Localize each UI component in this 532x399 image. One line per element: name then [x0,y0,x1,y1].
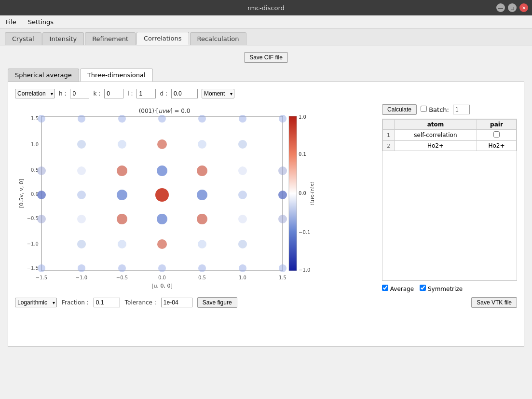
svg-text:0.0: 0.0 [158,275,166,280]
menu-settings[interactable]: Settings [26,17,55,27]
batch-input[interactable] [453,105,470,114]
row-0-checkbox[interactable] [493,131,500,138]
svg-point-33 [278,166,287,175]
plot-title: (001)·[uvw] = 0.0 [139,108,191,114]
batch-checkbox[interactable] [421,106,427,112]
l-input[interactable] [136,89,156,98]
svg-text:−1.5: −1.5 [36,275,47,280]
plot-svg: (001)·[uvw] = 0.0 [0.5v, v, 0] 1.5 1.0 0… [15,104,314,292]
average-label: Average [382,285,414,292]
table-row: 1 self-correlation [383,130,517,141]
tab-refinement[interactable]: Refinement [85,32,136,45]
svg-point-28 [77,166,86,175]
svg-point-47 [278,215,287,223]
calc-row: Calculate Batch: [382,104,517,115]
y-axis-label: [0.5v, v, 0] [18,179,25,208]
correlation-select-wrapper: Correlation Partial [15,89,55,98]
svg-point-23 [118,140,126,149]
table-header-pair: pair [477,120,516,130]
tab-correlations[interactable]: Correlations [136,32,189,45]
svg-point-20 [239,115,246,123]
atom-pair-table: atom pair 1 self-correlation [382,119,517,281]
svg-point-26 [238,140,247,149]
save-figure-button[interactable]: Save figure [197,297,237,308]
svg-point-22 [77,140,86,149]
svg-text:0.1: 0.1 [299,151,306,157]
svg-point-25 [198,140,206,149]
svg-text:−0.5: −0.5 [27,216,39,221]
k-input[interactable] [104,89,123,98]
moment-select-wrapper: Moment Charge [202,89,234,98]
save-vtk-button[interactable]: Save VTK file [471,297,517,308]
svg-text:0.5: 0.5 [198,275,206,280]
svg-point-38 [197,190,207,200]
batch-checkbox-label: Batch: [421,106,449,113]
svg-text:1.0: 1.0 [31,142,39,147]
svg-point-42 [77,215,86,223]
svg-point-39 [238,191,247,199]
svg-text:−1.0: −1.0 [76,275,87,280]
table-row-num: 1 [383,130,395,141]
svg-point-41 [37,215,46,223]
logarithmic-select[interactable]: Logarithmic Linear [15,298,57,307]
table-cell-pair-2: Ho2+ [477,141,516,151]
correlation-select[interactable]: Correlation Partial [15,89,55,98]
svg-point-30 [157,165,167,176]
svg-point-48 [77,240,86,248]
svg-point-37 [155,188,169,202]
fraction-label: Fraction : [62,299,89,306]
tab-three-dimensional[interactable]: Three-dimensional [80,69,153,82]
average-checkbox[interactable] [382,285,388,291]
table-row: 2 Ho2+ Ho2+ [383,141,517,151]
d-label: d : [160,90,167,97]
logarithmic-select-wrapper: Logarithmic Linear [15,298,57,307]
menu-bar: File Settings [0,15,532,29]
save-cif-button[interactable]: Save CIF file [244,52,288,63]
l-label: l : [127,90,133,97]
moment-select[interactable]: Moment Charge [202,89,234,98]
svg-point-32 [238,166,247,175]
svg-text:1.0: 1.0 [239,275,246,280]
tab-intensity[interactable]: Intensity [42,32,84,45]
svg-point-54 [78,264,85,272]
svg-text:1.0: 1.0 [299,114,306,120]
svg-point-17 [118,115,126,123]
maximize-button[interactable]: □ [508,3,517,12]
svg-point-53 [38,264,45,272]
tab-recalculation[interactable]: Recalculation [190,32,246,45]
svg-point-15 [38,115,45,123]
svg-text:−1.0: −1.0 [27,241,39,247]
svg-text:0.0: 0.0 [299,191,306,196]
h-input[interactable] [70,89,89,98]
minimize-button[interactable]: — [496,3,505,12]
close-button[interactable]: ✕ [519,3,528,12]
svg-point-57 [198,264,206,272]
svg-point-35 [77,191,86,199]
fraction-input[interactable] [94,298,120,307]
tab-spherical-average[interactable]: Spherical average [8,69,79,82]
symmetrize-checkbox[interactable] [420,285,426,291]
main-content: Save CIF file Spherical average Three-di… [0,45,532,399]
svg-point-46 [238,215,247,223]
svg-point-52 [238,240,247,248]
window-title: rmc-discord [247,4,285,12]
inner-tab-bar: Spherical average Three-dimensional [8,69,524,82]
svg-point-43 [117,214,127,224]
svg-point-44 [157,214,167,224]
svg-point-50 [157,239,167,249]
three-dimensional-panel: Correlation Partial h : k : l : d : Mome… [8,82,524,347]
svg-point-18 [158,115,166,123]
h-label: h : [59,90,66,97]
tab-crystal[interactable]: Crystal [5,32,41,45]
svg-text:−0.5: −0.5 [116,275,128,280]
svg-point-51 [198,240,206,248]
tolerance-input[interactable] [161,298,192,307]
title-bar-controls: — □ ✕ [496,3,528,12]
d-input[interactable] [171,89,198,98]
svg-text:−1.5: −1.5 [27,265,39,271]
main-area: (001)·[uvw] = 0.0 [0.5v, v, 0] 1.5 1.0 0… [15,104,517,292]
menu-file[interactable]: File [4,17,18,27]
svg-point-19 [198,115,206,123]
svg-text:−1.0: −1.0 [299,267,310,273]
calculate-button[interactable]: Calculate [382,104,417,115]
